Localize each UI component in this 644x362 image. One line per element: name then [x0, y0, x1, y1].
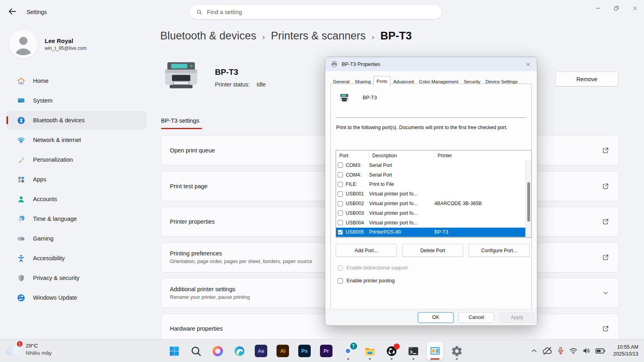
sidebar-item-accessibility[interactable]: Accessibility	[6, 249, 147, 267]
taskbar-file-explorer-icon[interactable]	[361, 342, 378, 360]
user-profile[interactable]: Lee Royal win_t_95@live.com	[9, 30, 153, 59]
checkbox[interactable]	[338, 278, 343, 284]
breadcrumb-bluetooth-devices[interactable]: Bluetooth & devices	[160, 30, 256, 42]
apps-icon	[17, 175, 25, 184]
tab-color-management[interactable]: Color Management	[417, 77, 461, 86]
taskbar-photoshop-icon[interactable]: Ps	[296, 342, 313, 360]
breadcrumb-printers-scanners[interactable]: Printers & scanners	[271, 30, 366, 42]
taskbar-settings-icon[interactable]	[448, 342, 465, 360]
ports-scrollbar[interactable]	[525, 160, 531, 237]
external-link-icon[interactable]	[602, 325, 609, 332]
taskbar-copilot-icon[interactable]	[209, 342, 226, 360]
port-row-usb004[interactable]: USB004Virtual printer port fo...	[336, 218, 525, 228]
sidebar-item-time-language[interactable]: Time & language	[6, 210, 147, 228]
tab-ports[interactable]: Ports	[374, 76, 391, 86]
bidirectional-label: Enable bidirectional support	[347, 265, 408, 271]
gear-icon	[451, 345, 463, 357]
cell-printer: 4BARCODE 3B-365B	[434, 201, 525, 206]
wifi-icon[interactable]	[569, 346, 578, 356]
battery-icon[interactable]	[595, 346, 606, 356]
sidebar-item-accounts[interactable]: Accounts	[6, 190, 147, 208]
taskbar-premiere-icon[interactable]: Pr	[318, 342, 334, 360]
port-row-usb003[interactable]: USB003Virtual printer port fo...	[336, 208, 525, 218]
dialog-close-button[interactable]	[522, 59, 534, 69]
onedrive-status-icon[interactable]	[542, 346, 553, 356]
close-window-button[interactable]	[625, 0, 644, 16]
external-link-icon[interactable]	[602, 182, 609, 190]
ok-button[interactable]: OK	[418, 312, 454, 323]
checkbox[interactable]	[338, 172, 343, 177]
tab-sharing[interactable]: Sharing	[352, 77, 374, 86]
microphone-icon[interactable]	[556, 346, 565, 355]
port-row-usb002[interactable]: USB002Virtual printer port fo...4BARCODE…	[336, 199, 525, 208]
checkbox-checked[interactable]	[338, 230, 343, 235]
remove-button[interactable]: Remove	[555, 72, 618, 86]
printer-settings-tab[interactable]: BP-T3 settings	[161, 117, 202, 129]
taskbar-chrome-icon[interactable]: T	[340, 342, 356, 360]
port-row-usb001[interactable]: USB001Virtual printer port fo...	[336, 189, 525, 199]
column-port[interactable]: Port	[336, 150, 369, 160]
maximize-button[interactable]	[607, 0, 625, 16]
tab-device-settings[interactable]: Device Settings	[483, 77, 520, 86]
taskbar-obs-icon[interactable]	[383, 342, 400, 360]
checkbox[interactable]	[338, 191, 343, 197]
search-input[interactable]	[207, 9, 416, 15]
sidebar-item-bluetooth-devices[interactable]: Bluetooth & devices	[6, 111, 147, 130]
running-indicator	[369, 358, 371, 360]
add-port-button[interactable]: Add Port...	[336, 244, 397, 257]
weather-widget[interactable]: 1 29°C Nhiều mây	[5, 342, 52, 357]
tab-security[interactable]: Security	[461, 77, 483, 86]
column-description[interactable]: Description	[369, 150, 434, 160]
port-row-com3[interactable]: COM3:Serial Port	[336, 160, 525, 170]
checkbox[interactable]	[338, 162, 343, 168]
taskbar-terminal-icon[interactable]	[405, 342, 421, 360]
checkbox[interactable]	[338, 220, 343, 225]
cancel-button[interactable]: Cancel	[458, 312, 494, 323]
delete-port-button[interactable]: Delete Port	[402, 244, 463, 257]
taskbar-edge-icon[interactable]	[231, 342, 248, 360]
external-link-icon[interactable]	[602, 147, 609, 154]
dialog-titlebar[interactable]: BP-T3 Properties	[325, 57, 537, 71]
dialog-footer: OK Cancel Apply	[325, 309, 537, 325]
taskbar-start-icon[interactable]	[166, 342, 182, 360]
taskbar-after-effects-icon[interactable]: Ae	[253, 342, 269, 360]
sidebar-item-personalization[interactable]: Personalization	[6, 150, 147, 169]
external-link-icon[interactable]	[602, 253, 609, 261]
system-tray: 10:55 AM 2025/10/13	[530, 339, 641, 362]
sidebar-item-home[interactable]: Home	[6, 72, 147, 90]
sidebar-item-apps[interactable]: Apps	[6, 170, 147, 189]
sidebar-item-windows-update[interactable]: Windows Update	[6, 288, 147, 307]
volume-icon[interactable]	[582, 346, 591, 356]
column-printer[interactable]: Printer	[434, 150, 531, 160]
sidebar-item-privacy-security[interactable]: Privacy & security	[6, 269, 147, 287]
taskbar: 1 29°C Nhiều mây AeAiPsPrT 10:55 AM 2025…	[0, 339, 644, 362]
printer-name: BP-T3	[215, 68, 266, 77]
search-box[interactable]	[189, 4, 442, 20]
back-button[interactable]	[7, 6, 18, 17]
printer-pooling-checkbox[interactable]: Enable printer pooling	[338, 278, 395, 284]
taskbar-clock[interactable]: 10:55 AM 2025/10/13	[613, 344, 638, 358]
checkbox[interactable]	[338, 201, 343, 206]
minimize-button[interactable]	[588, 0, 607, 16]
sidebar-item-system[interactable]: System	[6, 91, 147, 110]
port-row-usb005[interactable]: USB005PrinterPOS-80BP-T3	[336, 228, 525, 237]
time-language-icon	[17, 215, 25, 223]
tab-general[interactable]: General	[330, 77, 352, 86]
scrollbar-thumb[interactable]	[527, 182, 530, 222]
sidebar-item-network-internet[interactable]: Network & internet	[6, 131, 147, 149]
checkbox[interactable]	[338, 182, 343, 187]
taskbar-illustrator-icon[interactable]: Ai	[275, 342, 291, 360]
port-row-com4[interactable]: COM4:Serial Port	[336, 170, 525, 180]
tab-advanced[interactable]: Advanced	[390, 77, 416, 86]
user-email: win_t_95@live.com	[45, 45, 87, 51]
sidebar-item-gaming[interactable]: Gaming	[6, 229, 147, 248]
taskbar-print-management-icon[interactable]	[427, 342, 443, 360]
checkbox[interactable]	[338, 210, 343, 216]
chevron-down-icon[interactable]	[602, 289, 609, 297]
configure-port-button[interactable]: Configure Port...	[469, 244, 530, 257]
tray-chevron-icon[interactable]	[530, 347, 538, 355]
network-icon	[17, 136, 25, 144]
taskbar-search-icon[interactable]	[188, 342, 204, 360]
port-row-file[interactable]: FILE:Print to File	[336, 180, 525, 189]
external-link-icon[interactable]	[602, 218, 609, 226]
